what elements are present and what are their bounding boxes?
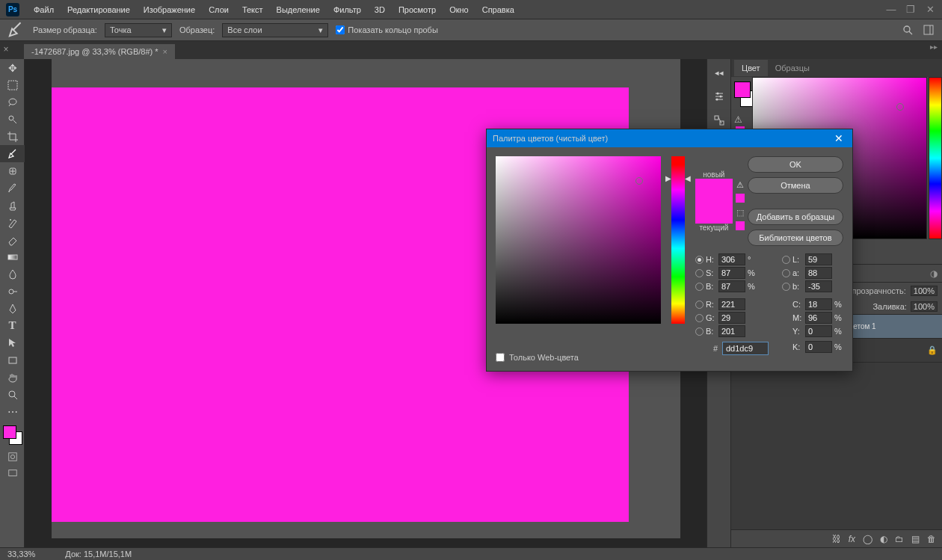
- zoom-tool[interactable]: [0, 386, 25, 403]
- b-rgb-radio[interactable]: [695, 327, 704, 336]
- gamut-swatch[interactable]: [736, 194, 745, 203]
- dodge-tool[interactable]: [0, 283, 25, 300]
- picker-hue-slider[interactable]: ▶ ◀: [671, 156, 685, 324]
- new-adjustment-icon[interactable]: ◐: [880, 534, 887, 544]
- s-input[interactable]: [718, 267, 745, 279]
- quick-mask-icon[interactable]: [0, 449, 25, 465]
- hex-input[interactable]: [722, 342, 769, 355]
- a-input[interactable]: [805, 267, 832, 279]
- crop-tool[interactable]: [0, 128, 25, 145]
- move-tool[interactable]: ✥: [0, 59, 25, 76]
- menu-3d[interactable]: 3D: [368, 2, 392, 17]
- menu-image[interactable]: Изображение: [137, 2, 202, 17]
- hand-tool[interactable]: [0, 369, 25, 386]
- panel-expand-icon[interactable]: ▸▸: [930, 43, 938, 51]
- menu-type[interactable]: Текст: [236, 2, 270, 17]
- current-color-swatch[interactable]: [695, 201, 733, 224]
- c-input[interactable]: [805, 298, 832, 310]
- eraser-tool[interactable]: [0, 231, 25, 248]
- blur-tool[interactable]: [0, 265, 25, 283]
- menu-help[interactable]: Справка: [475, 2, 521, 17]
- color-libraries-button[interactable]: Библиотеки цветов: [748, 230, 843, 246]
- document-tab[interactable]: -1472687.jpg @ 33,3% (RGB/8#) *×: [24, 44, 175, 59]
- dialog-close-button[interactable]: ✕: [831, 132, 846, 144]
- l-radio[interactable]: [782, 256, 790, 264]
- window-minimize-button[interactable]: —: [882, 3, 900, 16]
- show-sampling-ring-checkbox[interactable]: Показать кольцо пробы: [336, 25, 438, 34]
- dialog-titlebar[interactable]: Палитра цветов (чистый цвет) ✕: [487, 129, 852, 147]
- opacity-value[interactable]: 100%: [911, 286, 938, 296]
- r-radio[interactable]: [695, 301, 704, 309]
- edit-toolbar[interactable]: ⋯: [0, 403, 25, 420]
- s-radio[interactable]: [695, 269, 704, 277]
- picker-color-field[interactable]: [496, 156, 661, 324]
- new-group-icon[interactable]: 🗀: [895, 534, 904, 544]
- zoom-status[interactable]: 33,33%: [7, 550, 35, 559]
- foreground-background-colors[interactable]: [0, 424, 25, 449]
- a-radio[interactable]: [782, 269, 790, 277]
- search-icon[interactable]: [900, 22, 915, 37]
- add-mask-icon[interactable]: ◯: [863, 534, 872, 544]
- menu-layer[interactable]: Слои: [202, 2, 236, 17]
- menu-file[interactable]: Файл: [27, 2, 61, 17]
- r-input[interactable]: [718, 298, 745, 310]
- quick-select-tool[interactable]: [0, 111, 25, 128]
- websafe-warning-icon[interactable]: ⬚: [736, 208, 745, 218]
- g-radio[interactable]: [695, 314, 704, 322]
- b-radio[interactable]: [695, 283, 704, 291]
- adjustments-panel-icon[interactable]: [710, 87, 728, 105]
- cancel-button[interactable]: Отмена: [748, 177, 843, 194]
- doc-size-status[interactable]: Док: 15,1M/15,1M: [65, 550, 132, 559]
- color-panel-hue-strip[interactable]: [929, 77, 942, 239]
- marquee-tool[interactable]: [0, 76, 25, 93]
- styles-panel-icon[interactable]: [710, 111, 728, 129]
- h-radio[interactable]: [695, 256, 704, 264]
- color-tab[interactable]: Цвет: [734, 60, 768, 76]
- websafe-swatch[interactable]: [736, 221, 745, 230]
- b-rgb-input[interactable]: [718, 325, 745, 337]
- menu-filter[interactable]: Фильтр: [327, 2, 368, 17]
- menu-window[interactable]: Окно: [443, 2, 475, 17]
- menu-edit[interactable]: Редактирование: [61, 2, 137, 17]
- healing-brush-tool[interactable]: [0, 162, 25, 179]
- delete-layer-icon[interactable]: 🗑: [927, 534, 936, 544]
- sample-select[interactable]: Все слои▾: [222, 23, 328, 37]
- b-hsb-input[interactable]: [718, 280, 745, 292]
- link-layers-icon[interactable]: ⛓: [832, 534, 841, 544]
- tab-close-icon[interactable]: ×: [163, 47, 167, 56]
- screen-mode-icon[interactable]: [0, 465, 25, 481]
- collapse-panels-icon[interactable]: ◂◂: [710, 64, 728, 81]
- path-select-tool[interactable]: [0, 334, 25, 351]
- gradient-tool[interactable]: [0, 248, 25, 265]
- l-input[interactable]: [805, 253, 832, 265]
- pen-tool[interactable]: [0, 300, 25, 317]
- h-input[interactable]: [718, 253, 745, 265]
- new-layer-icon[interactable]: ▤: [911, 534, 920, 544]
- lab-b-input[interactable]: [805, 280, 832, 292]
- lasso-tool[interactable]: [0, 93, 25, 111]
- m-input[interactable]: [805, 312, 832, 324]
- web-only-checkbox[interactable]: Только Web-цвета: [496, 353, 579, 362]
- panel-foreground-swatch[interactable]: [734, 81, 751, 98]
- add-swatch-button[interactable]: Добавить в образцы: [748, 209, 843, 225]
- window-restore-button[interactable]: ❐: [902, 3, 920, 16]
- gamut-warning-icon[interactable]: ⚠: [736, 180, 745, 190]
- menu-view[interactable]: Просмотр: [392, 2, 443, 17]
- lab-b-radio[interactable]: [782, 283, 790, 291]
- type-tool[interactable]: T: [0, 317, 25, 334]
- history-brush-tool[interactable]: [0, 214, 25, 231]
- sample-size-select[interactable]: Точка▾: [105, 23, 172, 37]
- clone-stamp-tool[interactable]: [0, 197, 25, 214]
- swatches-tab[interactable]: Образцы: [768, 60, 817, 76]
- eyedropper-tool[interactable]: [0, 145, 25, 162]
- g-input[interactable]: [718, 312, 745, 324]
- rectangle-tool[interactable]: [0, 351, 25, 369]
- y-input[interactable]: [805, 325, 832, 337]
- brush-tool[interactable]: [0, 179, 25, 197]
- window-close-button[interactable]: ✕: [921, 3, 939, 16]
- filter-toggle[interactable]: ◑: [930, 268, 938, 279]
- workspace-switcher-icon[interactable]: [921, 22, 936, 37]
- ok-button[interactable]: OK: [748, 156, 843, 173]
- current-tool-icon[interactable]: [6, 22, 25, 38]
- menu-select[interactable]: Выделение: [270, 2, 327, 17]
